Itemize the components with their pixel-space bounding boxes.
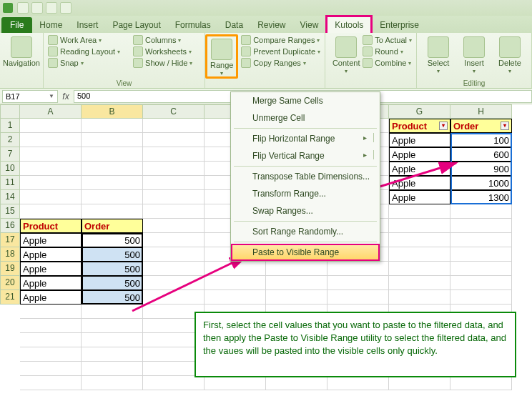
cell-blank[interactable] (143, 162, 205, 176)
view-item-show-hide[interactable]: Show / Hide ▾ (133, 57, 192, 69)
view-item-reading-layout[interactable]: Reading Layout ▾ (48, 46, 120, 57)
qat-redo-icon[interactable] (46, 2, 57, 14)
tab-kutools[interactable]: Kutools (325, 15, 373, 33)
table2-cell-product-2[interactable]: Apple (20, 262, 82, 276)
navigation-button[interactable]: Navigation (4, 34, 39, 67)
tab-insert[interactable]: Insert (69, 17, 105, 33)
row-header-10[interactable]: 10 (0, 162, 20, 176)
cell-blank[interactable] (82, 147, 143, 162)
cell-blank[interactable] (389, 290, 450, 305)
table2-cell-product-0[interactable]: Apple (20, 233, 82, 247)
filter-icon[interactable]: ▾ (501, 122, 509, 130)
cell-blank[interactable] (266, 276, 327, 290)
view-item-snap[interactable]: Snap ▾ (48, 57, 120, 69)
cell-blank[interactable] (143, 204, 205, 219)
select-all-corner[interactable] (0, 104, 20, 119)
menu-item-flip-vertical-range[interactable]: Flip Vertical Range (231, 147, 380, 164)
qat-customize-icon[interactable] (60, 2, 72, 14)
view-item-worksheets[interactable]: Worksheets ▾ (133, 46, 192, 57)
row-header-18[interactable]: 18 (0, 247, 20, 262)
row-header-7[interactable]: 7 (0, 147, 20, 162)
cell-blank[interactable] (82, 119, 143, 133)
select-button[interactable]: Select▾ (421, 34, 455, 74)
tab-view[interactable]: View (293, 17, 326, 33)
cell-blank[interactable] (82, 362, 143, 376)
cell-blank[interactable] (82, 376, 143, 390)
row-header-2[interactable]: 2 (0, 133, 20, 147)
cell-blank[interactable] (143, 119, 205, 133)
range-item-copy-ranges[interactable]: Copy Ranges ▾ (241, 57, 320, 69)
col-header-B[interactable]: B (82, 104, 143, 119)
cell-blank[interactable] (20, 176, 82, 190)
cell-blank[interactable] (450, 233, 512, 247)
qat-save-icon[interactable] (17, 2, 29, 14)
cell-blank[interactable] (450, 247, 512, 262)
cell-blank[interactable] (266, 376, 327, 390)
range-item-prevent-duplicate[interactable]: Prevent Duplicate ▾ (241, 46, 320, 57)
content-button[interactable]: Content ▾ (330, 34, 363, 74)
cell-blank[interactable] (389, 219, 450, 233)
cell-blank[interactable] (450, 219, 512, 233)
cell-blank[interactable] (82, 347, 143, 362)
cell-blank[interactable] (143, 219, 205, 233)
menu-item-swap-ranges-[interactable]: Swap Ranges... (231, 202, 380, 219)
row-header-19[interactable]: 19 (0, 262, 20, 276)
cell-blank[interactable] (143, 376, 205, 390)
row-header-21[interactable]: 21 (0, 290, 20, 305)
tab-formulas[interactable]: Formulas (168, 17, 218, 33)
cell-blank[interactable] (450, 262, 512, 276)
fx-icon[interactable]: fx (58, 91, 74, 102)
cell-blank[interactable] (20, 204, 82, 219)
col-header-A[interactable]: A (20, 104, 82, 119)
menu-item-unmerge-cell[interactable]: Unmerge Cell (231, 109, 380, 127)
insert-button[interactable]: Insert▾ (457, 34, 491, 74)
delete-button[interactable]: Delete▾ (493, 34, 527, 74)
row-header-15[interactable]: 15 (0, 204, 20, 219)
cell-blank[interactable] (389, 247, 450, 262)
cell-blank[interactable] (143, 133, 205, 147)
cell-blank[interactable] (20, 119, 82, 133)
tab-data[interactable]: Data (218, 17, 250, 33)
row-header-16[interactable]: 16 (0, 219, 20, 233)
cell-blank[interactable] (20, 319, 82, 333)
cell-blank[interactable] (82, 333, 143, 347)
menu-item-transpose-table-dimensions-[interactable]: Transpose Table Dimensions... (231, 168, 380, 185)
table1-cell-product-0[interactable]: Apple (389, 133, 450, 147)
table1-header-product[interactable]: Product▾ (389, 119, 450, 133)
menu-item-merge-same-cells[interactable]: Merge Same Cells (231, 92, 380, 109)
cell-blank[interactable] (20, 162, 82, 176)
row-header-1[interactable]: 1 (0, 119, 20, 133)
qat-undo-icon[interactable] (31, 2, 43, 14)
tab-file[interactable]: File (1, 17, 32, 33)
cell-blank[interactable] (82, 190, 143, 204)
col-header-G[interactable]: G (389, 104, 450, 119)
cell-blank[interactable] (389, 262, 450, 276)
cell-blank[interactable] (20, 362, 82, 376)
content-item-round[interactable]: Round ▾ (363, 46, 412, 57)
table2-cell-product-4[interactable]: Apple (20, 290, 82, 305)
cell-blank[interactable] (450, 376, 512, 390)
range-button[interactable]: Range ▾ (205, 34, 238, 79)
cell-blank[interactable] (82, 204, 143, 219)
content-item-to-actual[interactable]: To Actual ▾ (363, 34, 412, 46)
table2-cell-product-3[interactable]: Apple (20, 276, 82, 290)
view-item-columns[interactable]: Columns ▾ (133, 34, 192, 46)
cell-blank[interactable] (82, 176, 143, 190)
cell-blank[interactable] (450, 290, 512, 305)
name-box[interactable]: B17 ▼ (2, 90, 58, 103)
table2-cell-order-0[interactable]: 500 (82, 233, 143, 247)
table2-header-order[interactable]: Order (82, 219, 143, 233)
cell-blank[interactable] (20, 190, 82, 204)
row-header-14[interactable]: 14 (0, 190, 20, 204)
cell-blank[interactable] (327, 376, 389, 390)
menu-item-sort-range-randomly-[interactable]: Sort Range Randomly... (231, 223, 380, 240)
cell-blank[interactable] (450, 276, 512, 290)
menu-item-flip-horizontal-range[interactable]: Flip Horizontal Range (231, 130, 380, 147)
cell-blank[interactable] (389, 204, 450, 219)
cell-blank[interactable] (266, 262, 327, 276)
cell-blank[interactable] (266, 290, 327, 305)
cell-blank[interactable] (82, 162, 143, 176)
content-item-combine[interactable]: Combine ▾ (363, 57, 412, 69)
tab-enterprise[interactable]: Enterprise (373, 17, 426, 33)
cell-blank[interactable] (389, 376, 450, 390)
